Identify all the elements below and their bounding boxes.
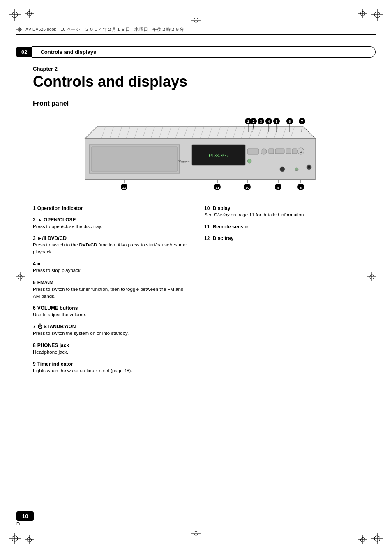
svg-text:8: 8 xyxy=(300,186,302,189)
item-num-6: 6 xyxy=(33,305,36,311)
item-text-7: Press to switch the system on or into st… xyxy=(33,330,188,337)
reg-mark-bl xyxy=(9,533,21,546)
item-num-4: 4 xyxy=(33,261,36,267)
item-num-8: 8 xyxy=(33,343,36,348)
front-panel-diagram: Pioneer FM 88.3MHz ⏻ xyxy=(65,114,327,196)
top-center-crosshair xyxy=(191,16,201,26)
desc-item-11: 11 Remote sensor xyxy=(204,223,359,230)
item-title-8: PHONES jack xyxy=(37,343,69,348)
page-badge: 10 xyxy=(16,511,34,521)
chapter-label: Chapter 2 xyxy=(33,66,359,72)
reg-mark-tl2 xyxy=(25,9,34,20)
item-title-4: ■ xyxy=(37,261,40,267)
item-num-11: 11 xyxy=(204,224,210,230)
descriptions: 1Operation indicator 2▲ OPEN/CLOSE Press… xyxy=(33,204,359,379)
svg-rect-63 xyxy=(292,149,297,154)
reg-mark-bl2 xyxy=(25,535,34,546)
desc-item-12: 12 Disc tray xyxy=(204,234,359,242)
chapter-title-bar: Controls and displays xyxy=(32,46,376,58)
svg-point-66 xyxy=(247,159,251,163)
svg-point-68 xyxy=(295,168,298,171)
svg-point-67 xyxy=(280,167,285,172)
item-text-3: Press to switch to the DVD/CD function. … xyxy=(33,242,188,256)
item-text-4: Press to stop playback. xyxy=(33,267,188,274)
item-text-9: Lights when the wake-up timer is set (pa… xyxy=(33,367,188,374)
desc-item-5: 5FM/AM Press to switch to the tuner func… xyxy=(33,279,188,300)
item-title-11: Remote sensor xyxy=(211,224,248,230)
desc-item-7: 7⏻ STANDBY/ON Press to switch the system… xyxy=(33,322,188,337)
svg-rect-54 xyxy=(91,147,178,171)
item-title-1: Operation indicator xyxy=(37,205,83,211)
svg-text:9: 9 xyxy=(277,186,279,189)
desc-item-4: 4■ Press to stop playback. xyxy=(33,260,188,274)
right-center-crosshair xyxy=(367,272,376,283)
reg-mark-tr xyxy=(371,9,383,22)
item-num-2: 2 xyxy=(33,217,36,223)
page-title: Controls and displays xyxy=(33,74,359,90)
svg-text:10: 10 xyxy=(246,186,249,189)
svg-rect-61 xyxy=(275,149,284,154)
svg-rect-62 xyxy=(286,149,291,154)
svg-text:3: 3 xyxy=(260,120,262,124)
item-num-12: 12 xyxy=(204,235,210,241)
svg-text:1: 1 xyxy=(247,120,249,124)
item-num-10: 10 xyxy=(204,205,210,211)
item-title-5: FM/AM xyxy=(37,280,53,286)
main-content: Chapter 2 Controls and displays Front pa… xyxy=(33,66,359,378)
desc-item-6: 6VOLUME buttons Use to adjust the volume… xyxy=(33,304,188,318)
desc-item-1: 1Operation indicator xyxy=(33,204,188,212)
svg-text:⏻: ⏻ xyxy=(300,150,302,153)
item-title-7: ⏻ STANDBY/ON xyxy=(37,324,76,329)
item-num-1: 1 xyxy=(33,205,36,211)
item-title-6: VOLUME buttons xyxy=(37,305,78,311)
item-num-5: 5 xyxy=(33,280,36,286)
reg-mark-tl xyxy=(9,9,21,22)
reg-mark-tr2 xyxy=(358,9,367,20)
item-title-9: Timer indicator xyxy=(37,361,73,367)
desc-col-left: 1Operation indicator 2▲ OPEN/CLOSE Press… xyxy=(33,204,188,379)
svg-text:5: 5 xyxy=(275,120,277,124)
desc-item-10: 10 Display See Display on page 11 for de… xyxy=(204,204,359,219)
reg-mark-br xyxy=(371,533,383,546)
bottom-center-crosshair xyxy=(191,529,201,539)
desc-col-right: 10 Display See Display on page 11 for de… xyxy=(204,204,359,379)
svg-rect-59 xyxy=(261,149,267,154)
item-text-6: Use to adjust the volume. xyxy=(33,311,188,318)
item-title-10: Display xyxy=(211,205,230,211)
header-filepath: XV-DV525.book 10 ページ ２００４年２月１８日 水曜日 午後２時… xyxy=(25,27,184,32)
svg-point-70 xyxy=(308,166,310,168)
desc-item-2: 2▲ OPEN/CLOSE Press to open/close the di… xyxy=(33,216,188,230)
svg-rect-58 xyxy=(247,149,259,154)
item-num-3: 3 xyxy=(33,235,36,241)
svg-text:12: 12 xyxy=(122,186,126,189)
left-center-crosshair xyxy=(16,272,25,283)
svg-text:Pioneer: Pioneer xyxy=(177,159,190,164)
item-title-12: Disc tray xyxy=(211,235,233,241)
item-num-9: 9 xyxy=(33,361,36,367)
svg-text:11: 11 xyxy=(216,186,219,189)
svg-rect-60 xyxy=(269,149,274,154)
item-title-3: ►/II DVD/CD xyxy=(37,235,67,241)
chapter-badge: 02 xyxy=(16,47,32,57)
item-text-8: Headphone jack. xyxy=(33,349,188,356)
chapter-header: 02 Controls and displays xyxy=(16,46,376,58)
item-text-5: Press to switch to the tuner function, t… xyxy=(33,286,188,300)
desc-item-8: 8PHONES jack Headphone jack. xyxy=(33,341,188,356)
svg-text:6: 6 xyxy=(288,120,291,124)
item-num-7: 7 xyxy=(33,324,36,329)
item-title-2: ▲ OPEN/CLOSE xyxy=(37,217,76,223)
section-title: Front panel xyxy=(33,100,359,107)
svg-marker-27 xyxy=(85,126,315,138)
desc-item-9: 9Timer indicator Lights when the wake-up… xyxy=(33,360,188,374)
item-text-2: Press to open/close the disc tray. xyxy=(33,223,188,230)
svg-text:7: 7 xyxy=(301,120,303,124)
svg-text:4: 4 xyxy=(267,120,270,124)
page-sub: En xyxy=(16,522,376,526)
footer-area: 10 En xyxy=(16,511,376,526)
desc-item-3: 3►/II DVD/CD Press to switch to the DVD/… xyxy=(33,234,188,256)
header-crosshair-icon xyxy=(16,27,22,32)
reg-mark-br2 xyxy=(358,535,367,546)
svg-text:2: 2 xyxy=(252,120,254,124)
device-diagram: Pioneer FM 88.3MHz ⏻ xyxy=(33,114,359,196)
svg-text:FM 88.3MHz: FM 88.3MHz xyxy=(209,154,228,158)
